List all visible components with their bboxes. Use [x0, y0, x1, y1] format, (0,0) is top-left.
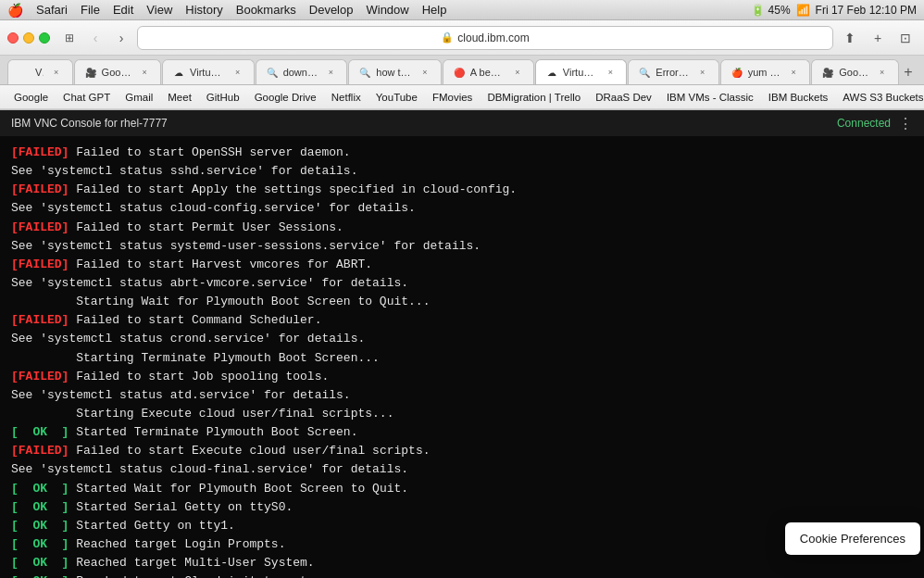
tab-virtual-active[interactable]: ☁ Virtual serve... × — [535, 59, 628, 84]
tab-favicon-vpc — [18, 66, 31, 79]
sidebar-button[interactable]: ⊡ — [894, 27, 917, 49]
tab-title-howto: how to detac... — [376, 67, 412, 78]
terminal-line: See 'systemctl status atd.service' for d… — [11, 386, 913, 405]
bookmark-fmovies[interactable]: FMovies — [426, 90, 479, 105]
tab-close-yum[interactable]: × — [787, 66, 800, 79]
terminal-line: See 'systemctl status cloud-config.servi… — [11, 199, 913, 218]
close-button[interactable] — [7, 32, 19, 44]
apple-menu[interactable]: 🍎 — [7, 3, 23, 18]
tab-close-vpc[interactable]: × — [50, 66, 63, 79]
bookmark-dbmigration[interactable]: DBMigration | Trello — [481, 90, 587, 105]
develop-menu[interactable]: Develop — [309, 3, 354, 17]
tab-title-virtual1: Virtual serve... — [190, 67, 225, 78]
terminal-line: [FAILED] Failed to start OpenSSH server … — [11, 144, 913, 162]
share-button[interactable]: ⬆ — [839, 27, 861, 49]
cookie-preferences-label: Cookie Preferences — [800, 532, 905, 546]
history-menu[interactable]: History — [185, 3, 222, 17]
bookmark-github[interactable]: GitHub — [200, 90, 246, 105]
tab-close-virtual-active[interactable]: × — [604, 66, 617, 79]
bookmark-google[interactable]: Google — [7, 90, 55, 105]
tab-howto[interactable]: 🔍 how to detac... × — [348, 59, 442, 84]
terminal-line: [ OK ] Reached target Multi-User System. — [11, 554, 913, 572]
bookmark-meet[interactable]: Meet — [161, 90, 198, 105]
tab-googlemeet1[interactable]: 🎥 Google Meet × — [74, 59, 162, 84]
terminal-line: [FAILED] Failed to start Execute cloud u… — [11, 442, 913, 460]
tab-title-download: download sc... — [283, 67, 318, 78]
tab-vpc[interactable]: VPC+ × — [7, 59, 73, 84]
terminal-line: See 'systemctl status cloud-final.servic… — [11, 460, 913, 479]
bookmark-netflix[interactable]: Netflix — [325, 90, 368, 105]
tab-close-virtual1[interactable]: × — [231, 66, 244, 79]
tab-favicon-beginner: 🔴 — [453, 66, 466, 79]
tab-beginner[interactable]: 🔴 A beginner's... × — [443, 59, 534, 84]
bookmark-youtube[interactable]: YouTube — [369, 90, 424, 105]
bookmarks-bar: Google Chat GPT Gmail Meet GitHub Google… — [0, 85, 924, 109]
tab-title-vpc: VPC+ — [35, 67, 44, 78]
address-bar[interactable]: 🔒 cloud.ibm.com — [137, 26, 833, 50]
tab-googlemeet2[interactable]: 🎥 Google Meet × — [811, 59, 899, 84]
tab-close-googlemeet1[interactable]: × — [138, 66, 151, 79]
bookmark-awss3[interactable]: AWS S3 Buckets — [836, 90, 924, 105]
help-menu[interactable]: Help — [422, 3, 447, 17]
maximize-button[interactable] — [39, 32, 50, 44]
tab-yum[interactable]: 🍎 yum or dnf f... × — [720, 59, 811, 84]
tab-title-error: Error: Unabl... — [656, 67, 689, 78]
terminal-line: [ OK ] Started Serial Getty on ttyS0. — [11, 498, 913, 517]
browser-toolbar: ⊞ ‹ › 🔒 cloud.ibm.com ⬆ + ⊡ — [0, 20, 924, 56]
clock-display: Fri 17 Feb 12:10 PM — [816, 4, 917, 17]
terminal-line: Starting Execute cloud user/final script… — [11, 405, 913, 423]
minimize-button[interactable] — [23, 32, 34, 44]
tab-close-error[interactable]: × — [696, 66, 709, 79]
tab-close-download[interactable]: × — [324, 66, 337, 79]
bookmark-ibmvms[interactable]: IBM VMs - Classic — [660, 90, 760, 105]
mac-menubar: 🍎 Safari File Edit View History Bookmark… — [0, 0, 924, 20]
vnc-status: Connected — [837, 117, 891, 130]
vnc-menu-button[interactable]: ⋮ — [898, 115, 913, 132]
terminal-line: See 'systemctl status crond.service' for… — [11, 330, 913, 348]
tab-download[interactable]: 🔍 download sc... × — [256, 59, 348, 84]
terminal-line: [ OK ] Started Wait for Plymouth Boot Sc… — [11, 480, 913, 498]
tab-favicon-virtual-active: ☁ — [545, 66, 558, 79]
terminal-line: [FAILED] Failed to start Permit User Ses… — [11, 219, 913, 237]
tab-close-beginner[interactable]: × — [511, 66, 524, 79]
sidebar-toggle-button[interactable]: ⊞ — [59, 28, 80, 48]
tab-close-googlemeet2[interactable]: × — [876, 66, 889, 79]
file-menu[interactable]: File — [81, 3, 100, 17]
terminal-line: [ OK ] Reached target Login Prompts. — [11, 535, 913, 554]
terminal-wrapper: [FAILED] Failed to start OpenSSH server … — [0, 136, 924, 578]
tab-favicon-virtual1: ☁ — [172, 66, 185, 79]
bookmark-gmail[interactable]: Gmail — [119, 90, 159, 105]
browser-chrome: ⊞ ‹ › 🔒 cloud.ibm.com ⬆ + ⊡ VPC+ × 🎥 Goo… — [0, 20, 924, 110]
tab-favicon-error: 🔍 — [638, 66, 651, 79]
bookmark-draas[interactable]: DRaaS Dev — [589, 90, 658, 105]
cookie-preferences-popup[interactable]: Cookie Preferences — [785, 522, 920, 555]
tab-close-howto[interactable]: × — [418, 66, 431, 79]
tabs-bar: VPC+ × 🎥 Google Meet × ☁ Virtual serve..… — [0, 56, 924, 85]
bookmark-ibmbuckets[interactable]: IBM Buckets — [762, 90, 835, 105]
terminal-line: [ OK ] Reached target Cloud-init target. — [11, 572, 913, 578]
terminal-line: [ OK ] Started Getty on tty1. — [11, 517, 913, 535]
tab-virtualserve1[interactable]: ☁ Virtual serve... × — [162, 59, 255, 84]
back-button[interactable]: ‹ — [85, 28, 106, 48]
bookmarks-menu[interactable]: Bookmarks — [236, 3, 296, 17]
vnc-title: IBM VNC Console for rhel-7777 — [11, 117, 168, 130]
terminal-line: Starting Wait for Plymouth Boot Screen t… — [11, 293, 913, 311]
new-tab-button[interactable]: + — [867, 27, 889, 49]
tab-error[interactable]: 🔍 Error: Unabl... × — [628, 59, 718, 84]
terminal-output[interactable]: [FAILED] Failed to start OpenSSH server … — [0, 136, 924, 578]
tab-favicon-googlemeet2: 🎥 — [821, 66, 834, 79]
bookmark-chatgpt[interactable]: Chat GPT — [56, 90, 117, 105]
window-menu[interactable]: Window — [366, 3, 408, 17]
forward-button[interactable]: › — [111, 28, 131, 48]
add-tab-button[interactable]: + — [900, 60, 917, 84]
system-clock: 🔋 45% 📶 Fri 17 Feb 12:10 PM — [751, 4, 917, 17]
view-menu[interactable]: View — [146, 3, 172, 17]
safari-menu[interactable]: Safari — [36, 3, 68, 17]
bookmark-googledrive[interactable]: Google Drive — [248, 90, 323, 105]
terminal-line: [FAILED] Failed to start Apply the setti… — [11, 181, 913, 199]
tab-favicon-yum: 🍎 — [730, 66, 743, 79]
tab-title-googlemeet1: Google Meet — [102, 67, 132, 78]
edit-menu[interactable]: Edit — [113, 3, 133, 17]
terminal-line: See 'systemctl status sshd.service' for … — [11, 162, 913, 181]
traffic-lights — [7, 32, 50, 44]
